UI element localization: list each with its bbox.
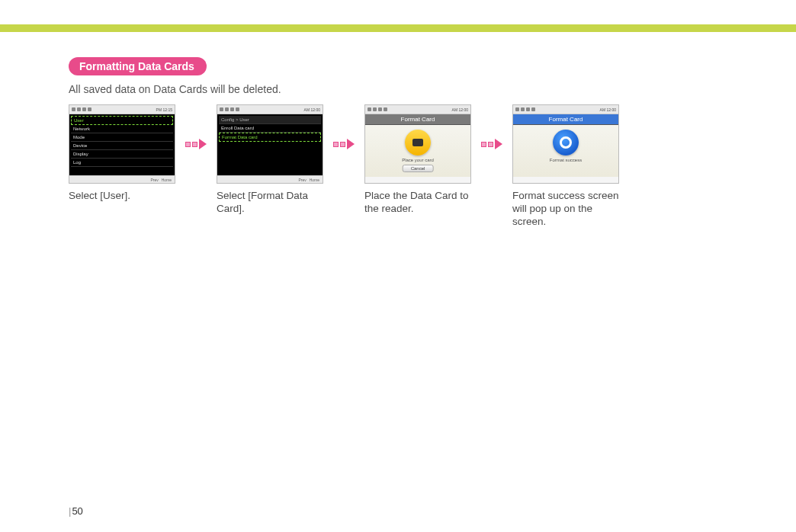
arrow-icon xyxy=(333,139,355,149)
menu-item-enroll: Enroll Data card xyxy=(219,124,321,133)
arrow-1 xyxy=(183,104,209,184)
menu-header: Config > User xyxy=(219,116,321,124)
step-1-thumbnail: PM 12:15 User Network Mode Device Displa… xyxy=(69,104,175,184)
divider-bar xyxy=(0,24,796,32)
card-body: Format Card Place your card Cancel xyxy=(365,114,470,177)
card-title: Format Card xyxy=(513,114,618,125)
bottom-bar: Prev Home xyxy=(69,175,175,183)
status-time: AM 12:00 xyxy=(304,107,320,112)
step-1: PM 12:15 User Network Mode Device Displa… xyxy=(69,104,175,203)
step-3-thumbnail: AM 12:00 Format Card Place your card Can… xyxy=(364,104,471,184)
cancel-button: Cancel xyxy=(403,165,434,172)
bottom-bar: Prev Home xyxy=(217,175,323,183)
arrow-icon xyxy=(481,139,502,149)
card-text: Format success xyxy=(513,158,618,162)
status-bar: PM 12:15 xyxy=(69,105,175,114)
step-3: AM 12:00 Format Card Place your card Can… xyxy=(364,104,471,216)
section-title-badge: Formatting Data Cards xyxy=(69,57,207,75)
step-3-caption: Place the Data Card to the reader. xyxy=(364,190,471,216)
menu-item-display: Display xyxy=(71,150,173,159)
status-bar: AM 12:00 xyxy=(365,105,470,114)
step-2: AM 12:00 Config > User Enroll Data card … xyxy=(217,104,323,216)
footer-prev: Prev xyxy=(150,178,158,182)
menu-item-user: User xyxy=(71,116,173,125)
footer-prev: Prev xyxy=(298,178,306,182)
status-time: AM 12:00 xyxy=(600,107,616,112)
menu-body: Config > User Enroll Data card Format Da… xyxy=(217,114,323,177)
menu-item-mode: Mode xyxy=(71,133,173,142)
card-text: Place your card xyxy=(365,158,470,162)
card-body: Format Card Format success xyxy=(513,114,618,177)
page-number-value: 50 xyxy=(72,505,82,517)
card-icon xyxy=(405,130,431,155)
status-time: PM 12:15 xyxy=(156,107,172,112)
card-title: Format Card xyxy=(365,114,470,125)
page-number-bar: | xyxy=(69,505,71,517)
menu-item-device: Device xyxy=(71,142,173,150)
step-1-caption: Select [User]. xyxy=(69,190,175,203)
footer-home: Home xyxy=(310,178,319,182)
step-4-thumbnail: AM 12:00 Format Card Format success xyxy=(512,104,619,184)
arrow-3 xyxy=(479,104,505,184)
status-bar: AM 12:00 xyxy=(513,105,618,114)
arrow-2 xyxy=(331,104,357,184)
arrow-icon xyxy=(185,139,207,149)
page-number: |50 xyxy=(69,505,83,517)
step-4: AM 12:00 Format Card Format success Form… xyxy=(512,104,619,229)
menu-body: User Network Mode Device Display Log xyxy=(69,114,175,177)
step-2-caption: Select [Format Data Card]. xyxy=(217,190,323,216)
step-2-thumbnail: AM 12:00 Config > User Enroll Data card … xyxy=(217,104,323,184)
page-content: Formatting Data Cards All saved data on … xyxy=(69,57,766,229)
status-time: AM 12:00 xyxy=(452,107,468,112)
footer-home: Home xyxy=(162,178,172,182)
menu-item-network: Network xyxy=(71,125,173,133)
menu-item-format: Format Data card xyxy=(219,133,321,142)
success-icon xyxy=(553,130,579,155)
step-4-caption: Format success screen will pop up on the… xyxy=(512,190,619,229)
menu-item-log: Log xyxy=(71,159,173,167)
section-description: All saved data on Data Cards will be del… xyxy=(69,83,766,95)
status-bar: AM 12:00 xyxy=(217,105,323,114)
steps-row: PM 12:15 User Network Mode Device Displa… xyxy=(69,104,766,229)
